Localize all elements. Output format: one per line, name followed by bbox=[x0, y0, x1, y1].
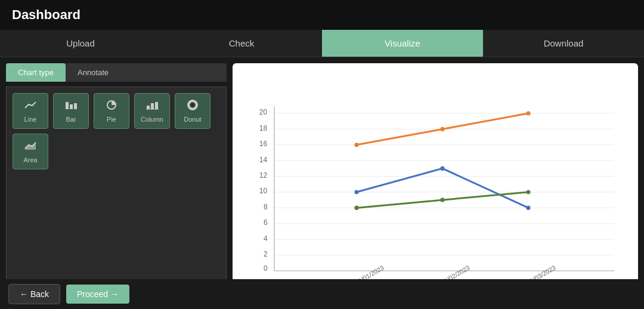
tab-download[interactable]: Download bbox=[483, 30, 644, 57]
main-content: Chart type Annotate Line Bar bbox=[0, 57, 644, 309]
sub-tab-chart-type[interactable]: Chart type bbox=[6, 63, 66, 82]
svg-text:8: 8 bbox=[264, 203, 268, 211]
chart-container: 0 2 4 6 8 10 12 14 16 18 20 bbox=[233, 63, 638, 299]
left-panel: Chart type Annotate Line Bar bbox=[6, 63, 227, 307]
line-icon bbox=[24, 100, 37, 113]
svg-text:0: 0 bbox=[264, 264, 268, 273]
tab-visualize[interactable]: Visualize bbox=[322, 30, 483, 57]
svg-point-45 bbox=[440, 198, 444, 202]
svg-text:6: 6 bbox=[264, 218, 268, 227]
svg-rect-0 bbox=[66, 102, 69, 109]
pie-icon bbox=[105, 100, 118, 113]
tab-check[interactable]: Check bbox=[161, 30, 322, 57]
chart-type-donut-label: Donut bbox=[184, 116, 201, 123]
svg-point-42 bbox=[440, 127, 444, 131]
proceed-button[interactable]: Proceed → bbox=[66, 285, 129, 304]
svg-point-40 bbox=[526, 206, 530, 210]
svg-point-41 bbox=[354, 143, 358, 147]
svg-rect-1 bbox=[70, 104, 73, 109]
tab-upload[interactable]: Upload bbox=[0, 30, 161, 57]
svg-rect-4 bbox=[147, 106, 150, 109]
donut-icon bbox=[186, 100, 199, 113]
chart-type-pie-label: Pie bbox=[107, 116, 116, 123]
chart-type-area-label: Area bbox=[23, 156, 37, 163]
svg-text:2: 2 bbox=[264, 250, 268, 258]
chart-svg: 0 2 4 6 8 10 12 14 16 18 20 bbox=[242, 73, 628, 290]
chart-type-column[interactable]: Column bbox=[134, 93, 170, 129]
chart-type-column-label: Column bbox=[141, 116, 163, 123]
svg-text:10: 10 bbox=[259, 187, 268, 195]
svg-point-44 bbox=[354, 206, 358, 210]
chart-type-donut[interactable]: Donut bbox=[175, 93, 210, 129]
back-button[interactable]: ← Back bbox=[8, 284, 60, 304]
page-title: Dashboard bbox=[12, 7, 632, 23]
nav-tabs: Upload Check Visualize Download bbox=[0, 30, 644, 57]
chart-type-bar-label: Bar bbox=[66, 116, 76, 123]
svg-text:4: 4 bbox=[264, 234, 268, 243]
sub-tab-annotate[interactable]: Annotate bbox=[66, 63, 120, 82]
svg-text:12: 12 bbox=[259, 171, 268, 180]
header: Dashboard bbox=[0, 0, 644, 30]
right-panel: 0 2 4 6 8 10 12 14 16 18 20 bbox=[233, 63, 638, 307]
svg-text:18: 18 bbox=[259, 124, 268, 132]
chart-type-line-label: Line bbox=[24, 116, 37, 123]
chart-type-area[interactable]: Area bbox=[13, 134, 48, 169]
svg-rect-2 bbox=[74, 103, 77, 109]
svg-text:20: 20 bbox=[259, 108, 268, 116]
svg-point-43 bbox=[526, 111, 530, 115]
svg-rect-5 bbox=[151, 103, 154, 109]
bottom-bar: ← Back Proceed → bbox=[0, 279, 644, 309]
svg-point-9 bbox=[191, 103, 194, 107]
column-icon bbox=[145, 100, 159, 113]
chart-type-line[interactable]: Line bbox=[13, 93, 48, 129]
sub-tabs: Chart type Annotate bbox=[6, 63, 227, 82]
bar-icon bbox=[64, 100, 78, 113]
svg-point-38 bbox=[354, 190, 358, 194]
svg-point-46 bbox=[526, 190, 530, 194]
svg-rect-6 bbox=[155, 102, 158, 109]
svg-text:16: 16 bbox=[259, 140, 268, 148]
area-icon bbox=[24, 140, 37, 154]
chart-types-grid: Line Bar Pie bbox=[13, 93, 220, 169]
chart-type-pie[interactable]: Pie bbox=[94, 93, 129, 129]
svg-point-39 bbox=[440, 166, 444, 171]
svg-text:14: 14 bbox=[259, 156, 268, 164]
chart-type-bar[interactable]: Bar bbox=[53, 93, 89, 129]
chart-types-container: Line Bar Pie bbox=[6, 86, 227, 307]
